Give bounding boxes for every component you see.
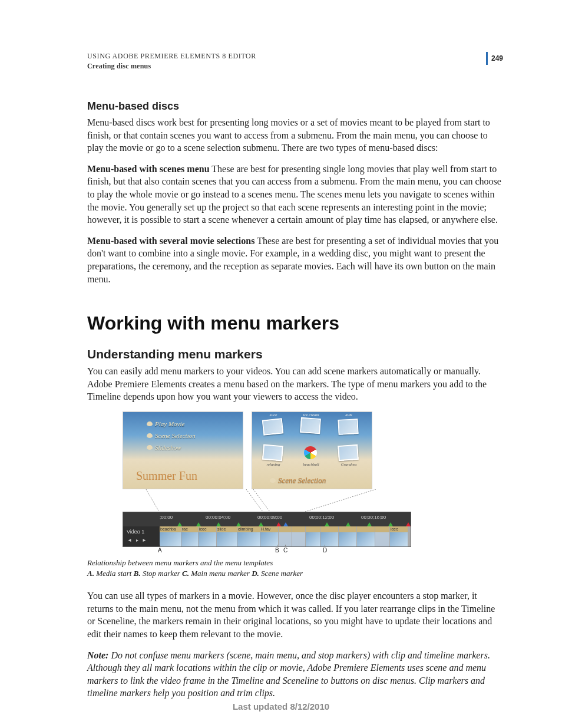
para-mbd-intro: Menu-based discs work best for presentin… bbox=[87, 116, 503, 154]
clip: beachba bbox=[160, 526, 181, 546]
para-understanding-1: You can easily add menu markers to your … bbox=[87, 365, 503, 403]
clip-strip: beachba rac icec slide climbing H.fav bbox=[160, 526, 411, 546]
timecode-3: 00;00;12;00 bbox=[309, 515, 334, 520]
shell-icon bbox=[270, 478, 276, 483]
page-number: 249 bbox=[491, 54, 503, 62]
shell-icon bbox=[147, 421, 153, 426]
scene-thumb-4 bbox=[262, 444, 283, 461]
figure-letter-B: B bbox=[275, 547, 279, 554]
clip-label bbox=[279, 526, 292, 532]
figure-scene-menu: slice ice cream kids relaxing beachball … bbox=[252, 411, 372, 489]
scene-thumb-3-label: kids bbox=[337, 413, 361, 417]
header-subtitle: Creating disc menus bbox=[87, 62, 256, 71]
scene-marker-icon bbox=[388, 522, 393, 526]
timecode-4: 00;00;16;00 bbox=[361, 515, 386, 520]
caption-B-text: Stop marker bbox=[141, 569, 182, 578]
timeline-ruler: ;00;00 00;00;04;00 00;00;08;00 00;00;12;… bbox=[123, 512, 411, 526]
main-menu-item-scene-selection: Scene Selection bbox=[147, 432, 196, 439]
clip-label: slide bbox=[217, 526, 237, 532]
clip-label: H.fav bbox=[260, 526, 278, 532]
scene-marker-icon bbox=[259, 522, 263, 526]
clip-label: rac bbox=[181, 526, 198, 532]
clip-label bbox=[339, 526, 356, 532]
clip bbox=[320, 526, 338, 546]
figure-menus-row: Play Movie Scene Selection Slideshow Sum… bbox=[123, 411, 411, 489]
scene-marker-icon bbox=[216, 522, 221, 526]
clip: icec bbox=[199, 526, 216, 546]
svg-line-0 bbox=[146, 489, 159, 512]
caption-C-text: Main menu marker bbox=[189, 569, 252, 578]
caption-D-text: Scene marker bbox=[259, 569, 303, 578]
running-header: USING ADOBE PREMIERE ELEMENTS 8 EDITOR C… bbox=[87, 52, 503, 71]
header-left: USING ADOBE PREMIERE ELEMENTS 8 EDITOR C… bbox=[87, 52, 256, 71]
svg-line-3 bbox=[305, 489, 376, 512]
header-title: USING ADOBE PREMIERE ELEMENTS 8 EDITOR bbox=[87, 52, 256, 61]
clip-label bbox=[375, 526, 389, 532]
timeline-tracks: Video 1 ◄ ▸ ► beachba rac icec slide cli… bbox=[123, 526, 411, 546]
heading-understanding-menu-markers: Understanding menu markers bbox=[87, 347, 503, 361]
scene-thumb-4-label: relaxing bbox=[262, 462, 285, 467]
svg-line-1 bbox=[246, 489, 263, 512]
main-menu-item-play-label: Play Movie bbox=[155, 420, 184, 427]
heading-working-with-menu-markers: Working with menu markers bbox=[87, 312, 503, 334]
timecode-1: 00;00;04;00 bbox=[206, 515, 230, 520]
clip bbox=[339, 526, 356, 546]
clip bbox=[279, 526, 292, 546]
shell-icon bbox=[147, 445, 153, 450]
prev-frame-icon: ◄ bbox=[127, 538, 133, 543]
clip-label: climbing bbox=[237, 526, 260, 532]
clip-label bbox=[292, 526, 305, 532]
para-mbd-scenes: Menu-based with scenes menu These are be… bbox=[87, 163, 503, 226]
main-menu-title: Summer Fun bbox=[136, 469, 197, 483]
page-number-bar bbox=[486, 52, 488, 65]
scene-thumb-3 bbox=[338, 419, 358, 435]
scene-thumb-2 bbox=[300, 417, 321, 434]
para-mbd-several: Menu-based with several movie selections… bbox=[87, 235, 503, 285]
scene-thumb-1 bbox=[262, 418, 284, 435]
clip-label bbox=[306, 526, 320, 532]
track-label-text: Video 1 bbox=[127, 529, 157, 535]
note-label: Note: bbox=[87, 650, 108, 660]
svg-line-2 bbox=[253, 489, 270, 512]
scene-marker-icon bbox=[236, 522, 241, 526]
clip bbox=[306, 526, 320, 546]
clip: slide bbox=[217, 526, 237, 546]
scene-menu-title-label: Scene Selection bbox=[278, 476, 326, 485]
scene-marker-icon bbox=[196, 522, 201, 526]
figure-timeline: ;00;00 00;00;04;00 00;00;08;00 00;00;12;… bbox=[123, 512, 411, 547]
main-menu-marker-icon bbox=[283, 522, 288, 526]
heading-menu-based-discs: Menu-based discs bbox=[87, 100, 503, 113]
play-icon: ▸ bbox=[134, 538, 140, 543]
clip bbox=[357, 526, 375, 546]
clip-label bbox=[320, 526, 338, 532]
main-menu-item-slideshow: Slideshow bbox=[147, 444, 181, 451]
main-menu-item-scene-label: Scene Selection bbox=[155, 432, 196, 439]
scene-thumb-6 bbox=[338, 444, 359, 461]
clip: rac bbox=[181, 526, 198, 546]
caption-line1: Relationship between menu markers and th… bbox=[87, 558, 273, 567]
figure-main-menu: Play Movie Scene Selection Slideshow Sum… bbox=[123, 411, 243, 489]
scene-marker-icon bbox=[325, 522, 329, 526]
track-label: Video 1 ◄ ▸ ► bbox=[123, 526, 160, 546]
figure-menu-markers: Play Movie Scene Selection Slideshow Sum… bbox=[87, 411, 503, 579]
stop-marker-icon bbox=[276, 522, 281, 526]
beachball-icon bbox=[304, 446, 317, 459]
timecode-2: 00;00;08;00 bbox=[257, 515, 282, 520]
shell-icon bbox=[147, 433, 153, 438]
clip: icec bbox=[390, 526, 408, 546]
caption-A-text: Media start bbox=[94, 569, 134, 578]
connector-lines-icon bbox=[123, 489, 411, 512]
caption-B-label: B. bbox=[134, 569, 141, 578]
clip-label: beachba bbox=[160, 526, 181, 532]
timecode-0: ;00;00 bbox=[160, 515, 173, 520]
scene-thumb-1-label: slice bbox=[262, 413, 285, 417]
page: USING ADOBE PREMIERE ELEMENTS 8 EDITOR C… bbox=[0, 0, 562, 728]
main-menu-item-play: Play Movie bbox=[147, 420, 184, 427]
scene-marker-icon bbox=[177, 522, 182, 526]
figure-letter-D: D bbox=[323, 547, 327, 554]
scene-thumb-2-label: ice cream bbox=[299, 413, 323, 417]
caption-D-label: D. bbox=[252, 569, 259, 578]
stop-marker-icon bbox=[406, 522, 411, 526]
scene-marker-icon bbox=[367, 522, 372, 526]
clip bbox=[375, 526, 389, 546]
